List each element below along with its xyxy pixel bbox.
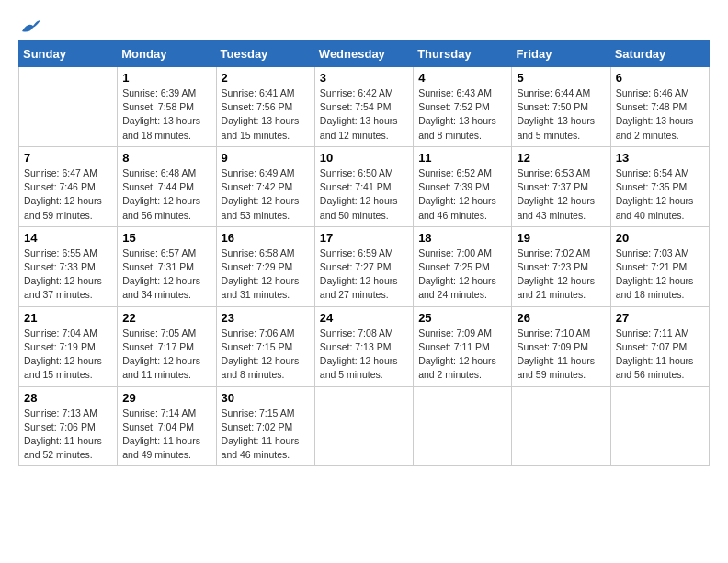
day-number: 9 [222, 151, 310, 165]
day-info: Sunrise: 6:47 AM Sunset: 7:46 PM Dayligh… [24, 167, 112, 223]
calendar-cell: 18Sunrise: 7:00 AM Sunset: 7:25 PM Dayli… [414, 226, 512, 306]
logo-bird-icon [20, 18, 40, 35]
header-wednesday: Wednesday [314, 41, 413, 67]
calendar-cell: 5Sunrise: 6:44 AM Sunset: 7:50 PM Daylig… [512, 67, 610, 147]
day-number: 1 [122, 71, 210, 85]
calendar-cell: 17Sunrise: 6:59 AM Sunset: 7:27 PM Dayli… [314, 226, 413, 306]
calendar-cell: 23Sunrise: 7:06 AM Sunset: 7:15 PM Dayli… [216, 306, 314, 386]
day-info: Sunrise: 7:09 AM Sunset: 7:11 PM Dayligh… [418, 327, 506, 383]
day-number: 17 [320, 231, 408, 245]
calendar-week-2: 7Sunrise: 6:47 AM Sunset: 7:46 PM Daylig… [19, 146, 710, 226]
day-info: Sunrise: 7:06 AM Sunset: 7:15 PM Dayligh… [222, 327, 310, 383]
day-number: 29 [122, 391, 210, 405]
day-info: Sunrise: 7:08 AM Sunset: 7:13 PM Dayligh… [320, 327, 408, 383]
header-friday: Friday [512, 41, 610, 67]
calendar-cell: 20Sunrise: 7:03 AM Sunset: 7:21 PM Dayli… [610, 226, 709, 306]
day-number: 21 [24, 311, 112, 325]
calendar-cell: 13Sunrise: 6:54 AM Sunset: 7:35 PM Dayli… [610, 146, 709, 226]
day-number: 16 [222, 231, 310, 245]
logo [18, 18, 40, 31]
day-number: 18 [418, 231, 506, 245]
day-info: Sunrise: 6:44 AM Sunset: 7:50 PM Dayligh… [517, 86, 605, 143]
day-info: Sunrise: 7:00 AM Sunset: 7:25 PM Dayligh… [418, 247, 506, 303]
day-info: Sunrise: 6:49 AM Sunset: 7:42 PM Dayligh… [222, 167, 310, 223]
calendar-cell [19, 67, 118, 147]
day-number: 24 [320, 311, 408, 325]
calendar-cell: 27Sunrise: 7:11 AM Sunset: 7:07 PM Dayli… [610, 306, 709, 386]
calendar-cell: 14Sunrise: 6:55 AM Sunset: 7:33 PM Dayli… [19, 226, 118, 306]
calendar-cell: 10Sunrise: 6:50 AM Sunset: 7:41 PM Dayli… [314, 146, 413, 226]
day-info: Sunrise: 7:11 AM Sunset: 7:07 PM Dayligh… [616, 327, 704, 383]
calendar-cell: 26Sunrise: 7:10 AM Sunset: 7:09 PM Dayli… [512, 306, 610, 386]
calendar-cell: 11Sunrise: 6:52 AM Sunset: 7:39 PM Dayli… [414, 146, 512, 226]
day-info: Sunrise: 6:59 AM Sunset: 7:27 PM Dayligh… [320, 247, 408, 303]
day-info: Sunrise: 6:46 AM Sunset: 7:48 PM Dayligh… [616, 86, 704, 143]
calendar-cell: 28Sunrise: 7:13 AM Sunset: 7:06 PM Dayli… [19, 386, 118, 466]
calendar-cell: 7Sunrise: 6:47 AM Sunset: 7:46 PM Daylig… [19, 146, 118, 226]
day-number: 3 [320, 71, 408, 85]
calendar-week-1: 1Sunrise: 6:39 AM Sunset: 7:58 PM Daylig… [19, 67, 710, 147]
day-number: 28 [24, 391, 112, 405]
day-number: 26 [517, 311, 605, 325]
day-info: Sunrise: 7:13 AM Sunset: 7:06 PM Dayligh… [24, 407, 112, 463]
day-info: Sunrise: 7:15 AM Sunset: 7:02 PM Dayligh… [222, 407, 310, 463]
calendar-week-5: 28Sunrise: 7:13 AM Sunset: 7:06 PM Dayli… [19, 386, 710, 466]
day-number: 4 [418, 71, 506, 85]
calendar-cell: 8Sunrise: 6:48 AM Sunset: 7:44 PM Daylig… [118, 146, 216, 226]
calendar-table: SundayMondayTuesdayWednesdayThursdayFrid… [18, 40, 710, 466]
day-number: 8 [122, 151, 210, 165]
calendar-cell: 6Sunrise: 6:46 AM Sunset: 7:48 PM Daylig… [610, 67, 709, 147]
calendar-cell [314, 386, 413, 466]
day-info: Sunrise: 6:42 AM Sunset: 7:54 PM Dayligh… [320, 86, 408, 143]
day-info: Sunrise: 6:50 AM Sunset: 7:41 PM Dayligh… [320, 167, 408, 223]
calendar-header-row: SundayMondayTuesdayWednesdayThursdayFrid… [19, 41, 710, 67]
calendar-week-4: 21Sunrise: 7:04 AM Sunset: 7:19 PM Dayli… [19, 306, 710, 386]
day-info: Sunrise: 7:02 AM Sunset: 7:23 PM Dayligh… [517, 247, 605, 303]
day-number: 6 [616, 71, 704, 85]
calendar-cell [610, 386, 709, 466]
day-info: Sunrise: 7:10 AM Sunset: 7:09 PM Dayligh… [517, 327, 605, 383]
day-number: 11 [418, 151, 506, 165]
day-info: Sunrise: 6:54 AM Sunset: 7:35 PM Dayligh… [616, 167, 704, 223]
day-info: Sunrise: 6:53 AM Sunset: 7:37 PM Dayligh… [517, 167, 605, 223]
day-number: 23 [222, 311, 310, 325]
header-monday: Monday [118, 41, 216, 67]
calendar-cell: 19Sunrise: 7:02 AM Sunset: 7:23 PM Dayli… [512, 226, 610, 306]
day-number: 19 [517, 231, 605, 245]
calendar-cell: 3Sunrise: 6:42 AM Sunset: 7:54 PM Daylig… [314, 67, 413, 147]
day-number: 15 [122, 231, 210, 245]
header-tuesday: Tuesday [216, 41, 314, 67]
calendar-cell: 22Sunrise: 7:05 AM Sunset: 7:17 PM Dayli… [118, 306, 216, 386]
day-number: 12 [517, 151, 605, 165]
calendar-cell: 2Sunrise: 6:41 AM Sunset: 7:56 PM Daylig… [216, 67, 314, 147]
calendar-cell: 24Sunrise: 7:08 AM Sunset: 7:13 PM Dayli… [314, 306, 413, 386]
day-info: Sunrise: 6:58 AM Sunset: 7:29 PM Dayligh… [222, 247, 310, 303]
day-number: 7 [24, 151, 112, 165]
header-thursday: Thursday [414, 41, 512, 67]
day-info: Sunrise: 6:57 AM Sunset: 7:31 PM Dayligh… [122, 247, 210, 303]
day-info: Sunrise: 6:48 AM Sunset: 7:44 PM Dayligh… [122, 167, 210, 223]
calendar-cell: 9Sunrise: 6:49 AM Sunset: 7:42 PM Daylig… [216, 146, 314, 226]
calendar-cell [512, 386, 610, 466]
calendar-cell: 4Sunrise: 6:43 AM Sunset: 7:52 PM Daylig… [414, 67, 512, 147]
day-number: 30 [222, 391, 310, 405]
calendar-week-3: 14Sunrise: 6:55 AM Sunset: 7:33 PM Dayli… [19, 226, 710, 306]
day-info: Sunrise: 7:04 AM Sunset: 7:19 PM Dayligh… [24, 327, 112, 383]
day-info: Sunrise: 7:05 AM Sunset: 7:17 PM Dayligh… [122, 327, 210, 383]
day-info: Sunrise: 6:55 AM Sunset: 7:33 PM Dayligh… [24, 247, 112, 303]
day-number: 25 [418, 311, 506, 325]
day-info: Sunrise: 6:52 AM Sunset: 7:39 PM Dayligh… [418, 167, 506, 223]
calendar-cell: 12Sunrise: 6:53 AM Sunset: 7:37 PM Dayli… [512, 146, 610, 226]
day-number: 20 [616, 231, 704, 245]
calendar-cell: 30Sunrise: 7:15 AM Sunset: 7:02 PM Dayli… [216, 386, 314, 466]
calendar-cell: 1Sunrise: 6:39 AM Sunset: 7:58 PM Daylig… [118, 67, 216, 147]
day-info: Sunrise: 6:41 AM Sunset: 7:56 PM Dayligh… [222, 86, 310, 143]
calendar-cell: 25Sunrise: 7:09 AM Sunset: 7:11 PM Dayli… [414, 306, 512, 386]
header-saturday: Saturday [610, 41, 709, 67]
calendar-cell: 15Sunrise: 6:57 AM Sunset: 7:31 PM Dayli… [118, 226, 216, 306]
calendar-cell: 16Sunrise: 6:58 AM Sunset: 7:29 PM Dayli… [216, 226, 314, 306]
day-number: 10 [320, 151, 408, 165]
calendar-cell [414, 386, 512, 466]
day-info: Sunrise: 6:43 AM Sunset: 7:52 PM Dayligh… [418, 86, 506, 143]
day-number: 14 [24, 231, 112, 245]
